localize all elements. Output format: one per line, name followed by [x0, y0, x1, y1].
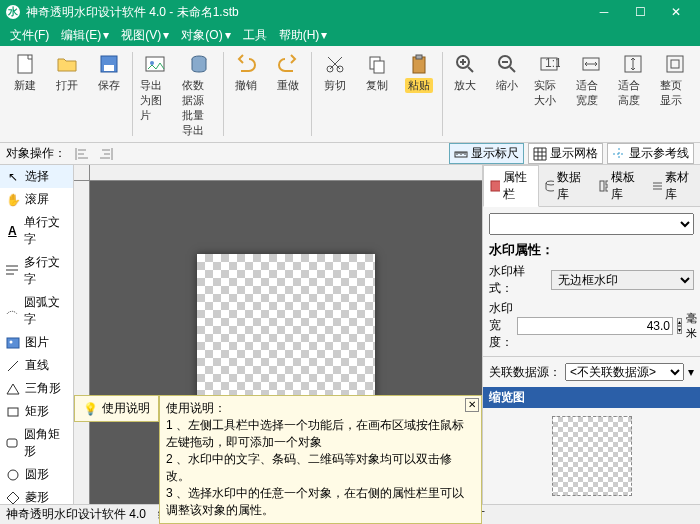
new-button[interactable]: 新建: [4, 48, 46, 140]
tool-image[interactable]: 图片: [0, 331, 73, 354]
hint-close-button[interactable]: ✕: [465, 398, 479, 412]
tool-select[interactable]: ↖选择: [0, 165, 73, 188]
maximize-button[interactable]: ☐: [622, 0, 658, 24]
template-icon: [599, 180, 609, 192]
menu-help[interactable]: 帮助(H)▾: [273, 27, 334, 44]
rect-icon: [5, 404, 21, 420]
svg-rect-9: [374, 61, 384, 73]
help-hint-box: 使用说明： 1 、左侧工具栏中选择一个功能后，在画布区域按住鼠标左键拖动，即可添…: [159, 395, 482, 524]
chevron-down-icon: ▾: [163, 28, 169, 42]
undo-icon: [232, 50, 260, 78]
assoc-select[interactable]: <不关联数据源>: [565, 363, 684, 381]
database-export-icon: [185, 50, 213, 78]
section-title: 水印属性：: [489, 241, 694, 259]
help-button[interactable]: 💡 使用说明: [74, 395, 159, 422]
hint-line-3: 3 、选择水印中的任意一个对象，在右侧的属性栏里可以调整该对象的属性。: [166, 485, 475, 519]
chevron-down-icon: ▾: [688, 365, 694, 379]
paste-button[interactable]: 粘贴: [398, 48, 440, 140]
file-new-icon: [11, 50, 39, 78]
zoom-out-button[interactable]: 缩小: [486, 48, 528, 140]
align-right-icon[interactable]: [98, 146, 114, 162]
export-image-icon: [141, 50, 169, 78]
actual-size-icon: 1:1: [535, 50, 563, 78]
tab-properties[interactable]: 属性栏: [483, 165, 539, 207]
paste-icon: [405, 50, 433, 78]
thumbnail-preview: [552, 416, 632, 496]
menubar: 文件(F) 编辑(E)▾ 视图(V)▾ 对象(O)▾ 工具 帮助(H)▾: [0, 24, 700, 46]
chevron-down-icon: ▾: [103, 28, 109, 42]
align-left-icon[interactable]: [74, 146, 90, 162]
tool-palette: ↖选择 ✋滚屏 A单行文字 多行文字 圆弧文字 图片 直线 三角形 矩形 圆角矩…: [0, 165, 74, 504]
object-ops-label: 对象操作：: [6, 145, 66, 162]
show-guide-toggle[interactable]: 显示参考线: [607, 143, 694, 164]
object-selector[interactable]: [489, 213, 694, 235]
fit-height-icon: [619, 50, 647, 78]
round-rect-icon: [5, 435, 20, 451]
tool-single-text[interactable]: A单行文字: [0, 211, 73, 251]
redo-button[interactable]: 重做: [267, 48, 309, 140]
object-options-bar: 对象操作： 显示标尺 显示网格 显示参考线: [0, 143, 700, 165]
minimize-button[interactable]: ─: [586, 0, 622, 24]
svg-rect-2: [104, 65, 114, 71]
menu-file[interactable]: 文件(F): [4, 27, 55, 44]
actual-size-button[interactable]: 1:1实际大小: [528, 48, 570, 140]
style-select[interactable]: 无边框水印: [551, 270, 694, 290]
cursor-icon: ↖: [5, 169, 21, 185]
svg-rect-30: [606, 187, 609, 191]
copy-button[interactable]: 复制: [356, 48, 398, 140]
save-button[interactable]: 保存: [88, 48, 130, 140]
chevron-down-icon: ▾: [321, 28, 327, 42]
svg-rect-0: [18, 55, 32, 73]
svg-rect-29: [606, 181, 609, 185]
fit-width-button[interactable]: 适合宽度: [570, 48, 612, 140]
svg-point-22: [10, 340, 13, 343]
close-button[interactable]: ✕: [658, 0, 694, 24]
menu-view[interactable]: 视图(V)▾: [115, 27, 175, 44]
zoom-in-button[interactable]: 放大: [444, 48, 486, 140]
open-button[interactable]: 打开: [46, 48, 88, 140]
lightbulb-icon: 💡: [83, 402, 98, 416]
tab-assets[interactable]: 素材库: [646, 165, 700, 206]
tool-triangle[interactable]: 三角形: [0, 377, 73, 400]
chevron-down-icon: ▾: [225, 28, 231, 42]
cut-icon: [321, 50, 349, 78]
cut-button[interactable]: 剪切: [314, 48, 356, 140]
fit-page-button[interactable]: 整页显示: [654, 48, 696, 140]
tool-diamond[interactable]: 菱形: [0, 486, 73, 504]
menu-edit[interactable]: 编辑(E)▾: [55, 27, 115, 44]
hint-line-2: 2 、水印中的文字、条码、二维码等对象均可以双击修改。: [166, 451, 475, 485]
tab-database[interactable]: 数据库: [539, 165, 593, 206]
window-title: 神奇透明水印设计软件 4.0 - 未命名1.stb: [26, 4, 586, 21]
show-ruler-toggle[interactable]: 显示标尺: [449, 143, 524, 164]
show-grid-toggle[interactable]: 显示网格: [528, 143, 603, 164]
batch-export-button[interactable]: 依数据源批量导出: [176, 48, 221, 140]
tool-rect[interactable]: 矩形: [0, 400, 73, 423]
tool-scroll[interactable]: ✋滚屏: [0, 188, 73, 211]
undo-button[interactable]: 撤销: [225, 48, 267, 140]
multi-text-icon: [5, 263, 20, 279]
menu-object[interactable]: 对象(O)▾: [175, 27, 236, 44]
width-input[interactable]: [517, 317, 673, 335]
save-icon: [95, 50, 123, 78]
ruler-corner: [74, 165, 90, 181]
diamond-icon: [5, 490, 21, 505]
tab-templates[interactable]: 模板库: [593, 165, 647, 206]
right-tabs: 属性栏 数据库 模板库 素材库: [483, 165, 700, 207]
fit-height-button[interactable]: 适合高度: [612, 48, 654, 140]
tool-line[interactable]: 直线: [0, 354, 73, 377]
image-icon: [5, 335, 21, 351]
grid-icon: [533, 147, 547, 161]
export-image-button[interactable]: 导出为图片: [134, 48, 176, 140]
svg-rect-26: [491, 181, 500, 191]
menu-tools[interactable]: 工具: [237, 27, 273, 44]
tool-ellipse[interactable]: 圆形: [0, 463, 73, 486]
tool-multi-text[interactable]: 多行文字: [0, 251, 73, 291]
svg-rect-24: [7, 439, 17, 447]
app-icon: 水: [6, 5, 20, 19]
width-spinner[interactable]: ▴▾: [677, 318, 682, 334]
main-toolbar: 新建 打开 保存 导出为图片 依数据源批量导出 撤销 重做 剪切 复制 粘贴 放…: [0, 46, 700, 143]
tool-round-rect[interactable]: 圆角矩形: [0, 423, 73, 463]
redo-icon: [274, 50, 302, 78]
style-label: 水印样式：: [489, 263, 547, 297]
tool-arc-text[interactable]: 圆弧文字: [0, 291, 73, 331]
